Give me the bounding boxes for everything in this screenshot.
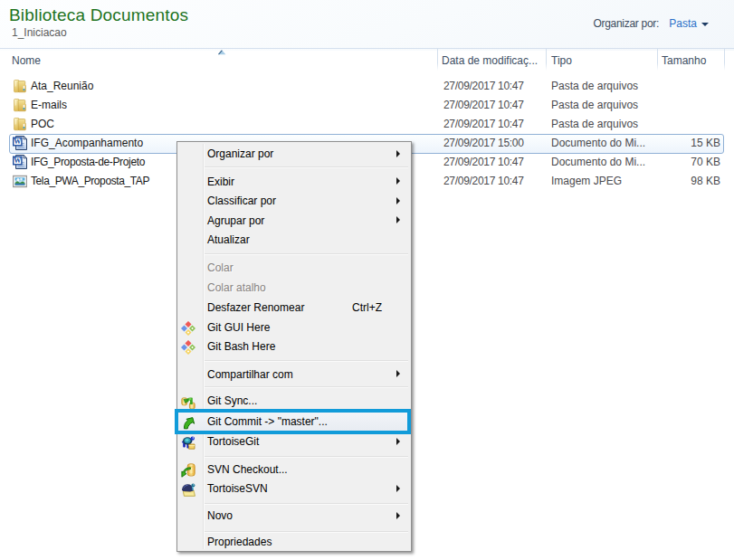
svg-text:W: W [14, 138, 21, 146]
svg-text:W: W [14, 157, 21, 165]
